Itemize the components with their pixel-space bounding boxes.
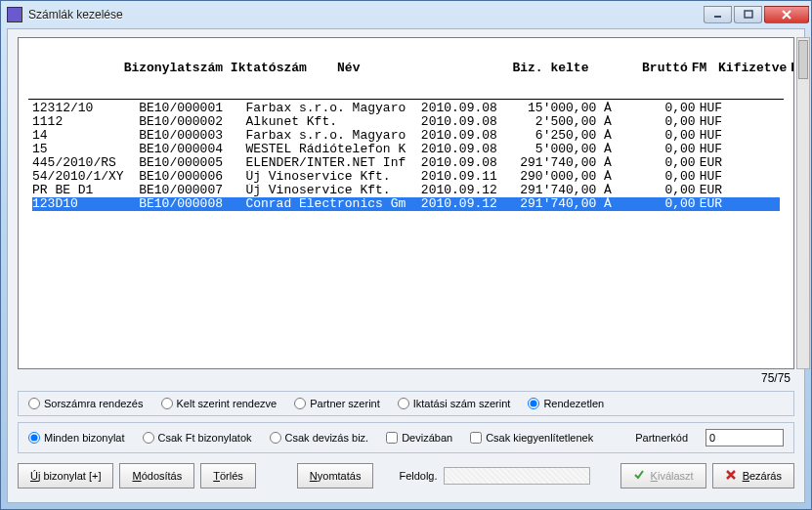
col-brutto: Bruttó <box>604 62 688 75</box>
cell-c6: Á <box>596 197 619 211</box>
sort-iktatasi[interactable]: Iktatási szám szerint <box>398 398 511 409</box>
sort-sorszam[interactable]: Sorszámra rendezés <box>28 398 144 409</box>
sort-group: Sorszámra rendezés Kelt szerint rendezve… <box>18 391 794 416</box>
cell-c3: Új Vinoservice Kft. <box>245 184 420 197</box>
cell-c7: 0,00 <box>620 143 696 156</box>
data-grid[interactable]: BizonylatszámIktatószámNévBiz. kelteBrut… <box>18 37 794 369</box>
cell-c5: 15'000,00 <box>512 102 596 115</box>
feldolg-label: Feldolg. <box>399 470 437 482</box>
cell-c3: Alkunet Kft. <box>245 115 420 129</box>
check-icon <box>633 469 645 483</box>
sort-kelt[interactable]: Kelt szerint rendezve <box>161 398 278 409</box>
table-row[interactable]: 1112BE10/000002Alkunet Kft.2010.09.082'5… <box>32 115 780 129</box>
cell-c1: 54/2010/1/XY <box>32 170 139 184</box>
cell-c7: 0,00 <box>620 170 696 184</box>
cell-c1: 1112 <box>32 115 139 129</box>
cell-c6: Á <box>596 115 619 129</box>
cell-c4: 2010.09.12 <box>421 184 513 197</box>
x-icon <box>725 469 737 483</box>
table-row[interactable]: PR BE D1BE10/000007Új Vinoservice Kft.20… <box>32 184 780 197</box>
cell-c1: 15 <box>32 143 139 156</box>
sort-partner[interactable]: Partner szerint <box>294 398 380 409</box>
cell-c7: 0,00 <box>620 156 696 170</box>
cell-c4: 2010.09.08 <box>421 143 513 156</box>
scrollbar-thumb[interactable] <box>798 40 808 79</box>
cell-c8: HUF <box>696 170 726 184</box>
cell-c7: 0,00 <box>620 102 696 115</box>
grid-header: BizonylatszámIktatószámNévBiz. kelteBrut… <box>19 38 793 97</box>
print-button[interactable]: Nyomtatás <box>297 463 374 489</box>
cell-c2: BE10/000005 <box>139 156 245 170</box>
cell-c6: Á <box>596 143 619 156</box>
close-button[interactable] <box>764 6 809 23</box>
cell-c4: 2010.09.08 <box>421 115 513 129</box>
cell-c4: 2010.09.08 <box>421 156 513 170</box>
cell-c4: 2010.09.12 <box>421 197 513 211</box>
cell-c6: Á <box>596 102 619 115</box>
partnerkod-label: Partnerkód <box>635 432 688 444</box>
cell-c2: BE10/000002 <box>139 115 245 129</box>
cell-c2: BE10/000004 <box>139 143 245 156</box>
cell-c5: 2'500,00 <box>512 115 596 129</box>
col-bizkelte: Biz. kelte <box>512 62 604 75</box>
cell-c4: 2010.09.08 <box>421 129 513 143</box>
row-counter: 75/75 <box>18 369 794 385</box>
maximize-button[interactable] <box>734 6 762 23</box>
app-icon <box>7 7 22 22</box>
cell-c6: Á <box>596 129 619 143</box>
modify-button[interactable]: Módosítás <box>119 463 194 489</box>
window: Számlák kezelése BizonylatszámIktatószám… <box>0 0 812 510</box>
table-row[interactable]: 54/2010/1/XYBE10/000006Új Vinoservice Kf… <box>32 170 780 184</box>
new-button[interactable]: Új bizonylat [+] <box>18 463 113 489</box>
col-fm: FM <box>688 62 710 75</box>
table-row[interactable]: 14BE10/000003Farbax s.r.o. Magyaro2010.0… <box>32 129 780 143</box>
sort-rendezetlen[interactable]: Rendezetlen <box>528 398 604 409</box>
filter-minden[interactable]: Minden bizonylat <box>28 432 125 444</box>
cell-c2: BE10/000001 <box>139 102 245 115</box>
filter-csakft[interactable]: Csak Ft bizonylatok <box>143 432 252 444</box>
vertical-scrollbar[interactable] <box>796 37 810 369</box>
cell-c3: ELENDER/INTER.NET Inf <box>245 156 420 170</box>
svg-rect-1 <box>745 11 752 18</box>
partnerkod-input[interactable] <box>705 429 784 446</box>
cell-c5: 291'740,00 <box>512 156 596 170</box>
cell-c2: BE10/000007 <box>139 184 245 197</box>
col-bizonylatszam: Bizonylatszám <box>124 62 231 75</box>
cell-c4: 2010.09.08 <box>421 102 513 115</box>
window-title: Számlák kezelése <box>28 8 704 21</box>
cell-c5: 290'000,00 <box>512 170 596 184</box>
delete-button[interactable]: Törlés <box>200 463 256 489</box>
cell-c8: EUR <box>696 197 726 211</box>
cell-c8: EUR <box>696 184 726 197</box>
cell-c6: Á <box>596 184 619 197</box>
filter-devizaban[interactable]: Devizában <box>386 432 452 444</box>
table-row[interactable]: 445/2010/RSBE10/000005ELENDER/INTER.NET … <box>32 156 780 170</box>
grid-rows: 12312/10BE10/000001Farbax s.r.o. Magyaro… <box>19 100 793 213</box>
cell-c8: HUF <box>696 102 726 115</box>
table-row[interactable]: 15BE10/000004WESTEL Rádiótelefon K2010.0… <box>32 143 780 156</box>
cell-c1: 123D10 <box>32 197 139 211</box>
table-row[interactable]: 12312/10BE10/000001Farbax s.r.o. Magyaro… <box>32 102 780 115</box>
table-row[interactable]: 123D10BE10/000008Conrad Electronics Gm20… <box>32 197 780 211</box>
filter-csakdev[interactable]: Csak devizás biz. <box>270 432 369 444</box>
cell-c5: 5'000,00 <box>512 143 596 156</box>
cell-c3: Farbax s.r.o. Magyaro <box>245 102 420 115</box>
cell-c1: PR BE D1 <box>32 184 139 197</box>
titlebar: Számlák kezelése <box>1 1 811 28</box>
cell-c1: 12312/10 <box>32 102 139 115</box>
cell-c2: BE10/000008 <box>139 197 245 211</box>
cell-c7: 0,00 <box>620 115 696 129</box>
col-iktatoszam: Iktatószám <box>231 62 337 75</box>
cell-c1: 445/2010/RS <box>32 156 139 170</box>
cell-c3: Új Vinoservice Kft. <box>245 170 420 184</box>
close-app-button[interactable]: Bezárás <box>712 463 794 489</box>
minimize-button[interactable] <box>704 6 732 23</box>
filter-csakkiegy[interactable]: Csak kiegyenlítetlenek <box>470 432 593 444</box>
cell-c6: Á <box>596 170 619 184</box>
cell-c3: WESTEL Rádiótelefon K <box>245 143 420 156</box>
client-area: BizonylatszámIktatószámNévBiz. kelteBrut… <box>7 28 805 503</box>
cell-c5: 291'740,00 <box>512 184 596 197</box>
cell-c8: HUF <box>696 143 726 156</box>
feldolg-progress <box>444 467 590 485</box>
select-button[interactable]: Kiválaszt <box>620 463 706 489</box>
